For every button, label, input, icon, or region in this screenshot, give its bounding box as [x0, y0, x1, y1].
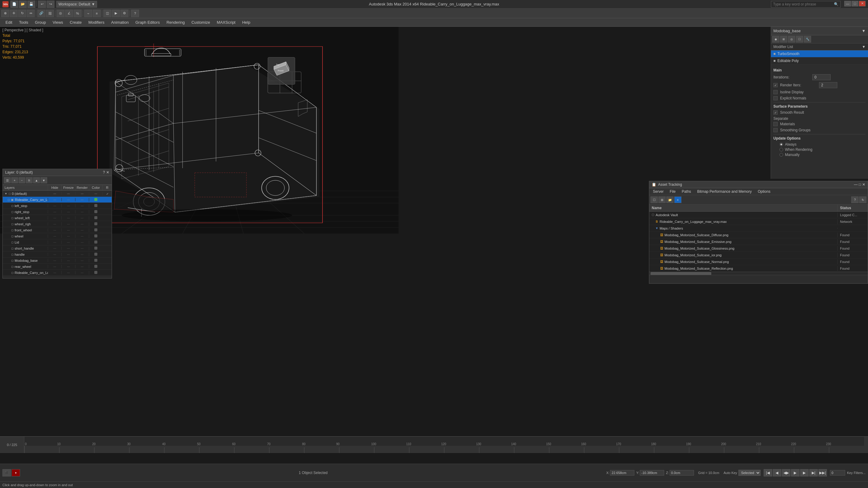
layer-delete-btn[interactable]: − [19, 177, 25, 183]
move-btn[interactable]: ✛ [10, 10, 18, 17]
radio-always-btn[interactable] [779, 142, 783, 146]
isoline-checkbox[interactable] [773, 90, 778, 94]
layer-1-color[interactable] [89, 198, 102, 202]
viewport-cube-gizmo[interactable]: Front Top [268, 57, 295, 85]
at-refresh-btn[interactable]: ↻ [859, 196, 866, 203]
layer-dialog-question[interactable]: ? [103, 170, 105, 174]
help-btn[interactable]: ? [131, 10, 139, 17]
minimize-btn[interactable]: — [844, 1, 851, 6]
at-row-diffuse[interactable]: 🖼 Modobag_Motorized_Suitcase_Diffuse.png… [649, 232, 868, 238]
radio-always[interactable]: Always [779, 142, 866, 147]
radio-manually[interactable]: Manually [779, 153, 866, 157]
layer-row-carry-on[interactable]: ◻ Rideable_Carry_on_Luggage — — — [3, 270, 112, 276]
btn-next-frame[interactable]: ▶ [800, 469, 809, 477]
layer-scrollbar[interactable] [3, 276, 112, 278]
at-row-vault[interactable]: ⬡ Autodesk Vault Logged C... [649, 212, 868, 218]
mod-icon-hierarchy[interactable]: ⊞ [780, 36, 787, 42]
maximize-btn[interactable]: □ [851, 1, 858, 6]
rotate-btn[interactable]: ↻ [18, 10, 26, 17]
menu-edit[interactable]: Edit [2, 19, 15, 26]
smooth-result-checkbox[interactable] [773, 110, 778, 115]
at-row-reflection[interactable]: 🖼 Modobag_Motorized_Suitcase_Reflection.… [649, 265, 868, 272]
y-input[interactable] [640, 470, 664, 476]
asset-tracking-scrollbar[interactable] [649, 272, 868, 275]
render-setup-btn[interactable]: ⚙ [121, 10, 128, 17]
btn-next-key[interactable]: ▶| [809, 469, 818, 477]
at-minimize-btn[interactable]: — [854, 183, 858, 187]
layer-row-wheel[interactable]: ◻ wheel — — — [3, 233, 112, 239]
layer-menu-btn[interactable]: ☰ [4, 177, 11, 183]
layer-row-short-handle[interactable]: ◻ short_handle — — — [3, 246, 112, 252]
scale-btn[interactable]: ⇔ [27, 10, 35, 17]
btn-play-back[interactable]: ◀▶ [782, 469, 790, 477]
snap-btn[interactable]: ◎ [57, 10, 64, 17]
close-btn[interactable]: ✕ [859, 1, 866, 6]
menu-customize[interactable]: Customize [188, 19, 213, 26]
layer-row-lid[interactable]: ◻ Lid — — — [3, 239, 112, 246]
layer-0-render[interactable]: — [75, 192, 89, 195]
menu-views[interactable]: Views [50, 19, 66, 26]
at-close-btn[interactable]: ✕ [862, 183, 865, 187]
modifier-turbosmooth[interactable]: ■ TurboSmooth [771, 51, 868, 58]
mod-icon-utilities[interactable]: 🔧 [804, 36, 811, 42]
unlink-btn[interactable]: ⛓ [46, 10, 54, 17]
layer-0-freeze[interactable]: — [61, 192, 75, 195]
timeline-ruler[interactable]: 0 10 20 30 40 50 60 70 80 90 1 [24, 436, 868, 453]
menu-rendering[interactable]: Rendering [163, 19, 188, 26]
layer-row-right-stop[interactable]: ◻ right_stop — — — [3, 209, 112, 215]
radio-manually-btn[interactable] [779, 153, 783, 157]
selected-dropdown[interactable]: Selected [738, 470, 761, 476]
percent-snap-btn[interactable]: % [74, 10, 82, 17]
mirror-btn[interactable]: ⫟ [84, 10, 92, 17]
at-row-maps-folder[interactable]: ▼ Maps / Shaders [649, 225, 868, 232]
workspace-dropdown[interactable]: Workspace: Default ▼ [56, 1, 97, 8]
menu-group[interactable]: Group [32, 19, 49, 26]
at-btn-4[interactable]: ≡ [674, 196, 682, 203]
mod-icon-select[interactable]: ◉ [772, 36, 779, 42]
save-btn[interactable]: 💾 [27, 1, 35, 8]
select-btn[interactable]: ⊕ [1, 10, 9, 17]
layer-0-color[interactable]: — [89, 192, 102, 195]
at-btn-3[interactable]: 📁 [666, 196, 674, 203]
menu-help[interactable]: Help [239, 19, 253, 26]
at-menu-paths[interactable]: Paths [679, 189, 694, 194]
material-btn[interactable]: ◫ [103, 10, 111, 17]
menu-animation[interactable]: Animation [108, 19, 132, 26]
layer-row-selected[interactable]: ◻ ▣ Rideable_Carry_on_Luggage — — — [3, 197, 112, 203]
new-btn[interactable]: 📄 [10, 1, 18, 8]
layer-up-btn[interactable]: ▲ [33, 177, 40, 183]
layer-0-r[interactable]: ✓ [102, 192, 112, 196]
layer-row-rear-wheel[interactable]: ◻ rear_wheel — — — [3, 264, 112, 270]
at-row-glossiness[interactable]: 🖼 Modobag_Motorized_Suitcase_Glossiness.… [649, 245, 868, 252]
layer-row-modobag-base[interactable]: ◻ Modobag_base — — — [3, 258, 112, 264]
z-input[interactable] [670, 470, 694, 476]
render-iters-input[interactable] [819, 82, 837, 88]
menu-graph-editors[interactable]: Graph Editors [132, 19, 163, 26]
link-btn[interactable]: 🔗 [37, 10, 45, 17]
at-menu-bitmap[interactable]: Bitmap Performance and Memory [694, 189, 754, 194]
at-menu-file[interactable]: File [667, 189, 678, 194]
layer-row-handle[interactable]: ◻ handle — — — [3, 252, 112, 258]
undo-btn[interactable]: ↩ [38, 1, 46, 8]
mod-icon-motion[interactable]: ◎ [788, 36, 795, 42]
menu-create[interactable]: Create [67, 19, 85, 26]
key-filters-btn[interactable]: Key Filters... [847, 471, 866, 475]
at-btn-1[interactable]: ☐ [650, 196, 658, 203]
layer-down-btn[interactable]: ▼ [40, 177, 47, 183]
at-help-btn[interactable]: ? [851, 196, 859, 203]
layer-row-wheel-righ[interactable]: ◻ wheel_righ — — — [3, 221, 112, 227]
explicit-normals-checkbox[interactable] [773, 96, 778, 100]
materials-checkbox[interactable] [773, 122, 778, 126]
layer-1-hide[interactable]: — [48, 198, 61, 201]
layer-row-wheel-left[interactable]: ◻ wheel_left — — — [3, 215, 112, 221]
at-row-main-file[interactable]: 🗎 Rideable_Carry_on_Luggage_max_vray.max… [649, 218, 868, 225]
at-menu-options[interactable]: Options [755, 189, 773, 194]
redo-btn[interactable]: ↪ [46, 1, 55, 8]
search-box[interactable]: 🔍 [771, 1, 841, 8]
search-input[interactable] [773, 2, 834, 6]
btn-prev-frame[interactable]: ◀ [773, 469, 781, 477]
iterations-input[interactable] [812, 74, 831, 80]
align-btn[interactable]: ≡ [93, 10, 101, 17]
at-btn-2[interactable]: ⊞ [658, 196, 666, 203]
smoothing-checkbox[interactable] [773, 128, 778, 132]
